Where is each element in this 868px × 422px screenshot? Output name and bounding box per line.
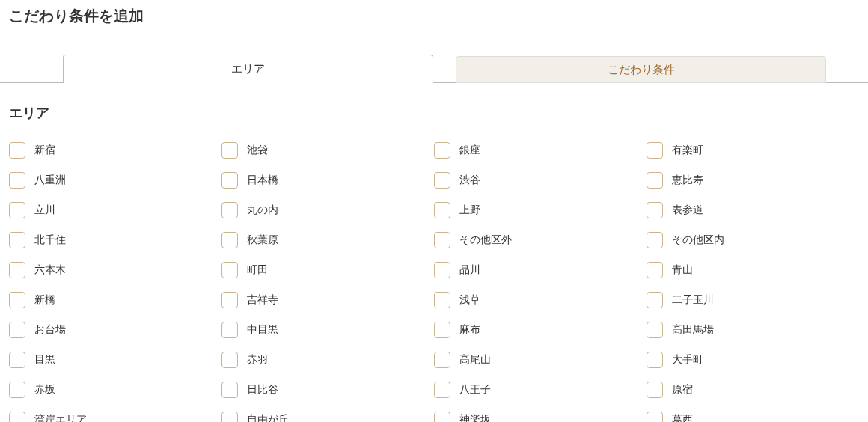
checkbox-label: 日本橋 (247, 174, 278, 187)
checkbox-box[interactable] (9, 232, 25, 248)
checkbox-box[interactable] (647, 412, 663, 422)
checkbox-box[interactable] (221, 292, 238, 308)
checkbox-label: 八王子 (459, 383, 491, 397)
checkbox-label: 湾岸エリア (34, 413, 87, 422)
checkbox-box[interactable] (647, 202, 663, 218)
area-checkbox-item[interactable]: 原宿 (647, 375, 859, 405)
checkbox-box[interactable] (9, 142, 25, 159)
checkbox-box[interactable] (221, 142, 238, 159)
checkbox-box[interactable] (9, 382, 25, 398)
checkbox-box[interactable] (647, 352, 663, 368)
area-checkbox-item[interactable]: 丸の内 (221, 195, 434, 225)
area-checkbox-item[interactable]: 日比谷 (221, 375, 434, 405)
checkbox-box[interactable] (434, 172, 450, 189)
area-section: エリア 新宿池袋銀座有楽町八重洲日本橋渋谷恵比寿立川丸の内上野表参道北千住秋葉原… (0, 104, 868, 422)
area-checkbox-item[interactable]: 八重洲 (9, 165, 221, 195)
area-checkbox-item[interactable]: 日本橋 (221, 165, 434, 195)
tab-area-label: エリア (231, 62, 265, 76)
checkbox-box[interactable] (647, 262, 663, 278)
area-checkbox-item[interactable]: 池袋 (221, 135, 434, 165)
checkbox-box[interactable] (221, 232, 238, 248)
area-checkbox-item[interactable]: 恵比寿 (647, 165, 859, 195)
area-checkbox-item[interactable]: 高尾山 (434, 345, 647, 375)
checkbox-box[interactable] (221, 352, 238, 368)
area-checkbox-item[interactable]: 赤坂 (9, 375, 221, 405)
area-checkbox-item[interactable]: 秋葉原 (221, 225, 434, 255)
checkbox-box[interactable] (434, 142, 450, 159)
area-checkbox-item[interactable]: 有楽町 (647, 135, 859, 165)
area-checkbox-item[interactable]: 目黒 (9, 345, 221, 375)
checkbox-label: 新宿 (34, 144, 55, 157)
area-checkbox-item[interactable]: 六本木 (9, 255, 221, 285)
checkbox-box[interactable] (221, 202, 238, 218)
checkbox-box[interactable] (434, 262, 450, 278)
checkbox-label: 神楽坂 (459, 413, 491, 422)
checkbox-box[interactable] (9, 292, 25, 308)
checkbox-box[interactable] (434, 352, 450, 368)
area-checkbox-item[interactable]: 大手町 (647, 345, 859, 375)
area-checkbox-item[interactable]: 立川 (9, 195, 221, 225)
checkbox-box[interactable] (9, 172, 25, 189)
checkbox-label: 新橋 (34, 293, 55, 307)
checkbox-label: 高田馬場 (672, 323, 714, 337)
checkbox-label: 町田 (247, 263, 268, 277)
area-checkbox-item[interactable]: 表参道 (647, 195, 859, 225)
checkbox-label: 日比谷 (247, 383, 278, 397)
area-checkbox-item[interactable]: 赤羽 (221, 345, 434, 375)
checkbox-box[interactable] (9, 412, 25, 422)
checkbox-box[interactable] (647, 382, 663, 398)
area-checkbox-item[interactable]: 麻布 (434, 315, 647, 345)
area-checkbox-item[interactable]: 銀座 (434, 135, 647, 165)
checkbox-box[interactable] (221, 262, 238, 278)
tab-divider (826, 82, 868, 83)
area-checkbox-item[interactable]: 自由が丘 (221, 405, 434, 422)
checkbox-box[interactable] (434, 322, 450, 338)
area-checkbox-item[interactable]: 新橋 (9, 285, 221, 315)
checkbox-box[interactable] (647, 172, 663, 189)
checkbox-box[interactable] (221, 172, 238, 189)
area-checkbox-item[interactable]: 中目黒 (221, 315, 434, 345)
area-checkbox-item[interactable]: 二子玉川 (647, 285, 859, 315)
area-checkbox-item[interactable]: 渋谷 (434, 165, 647, 195)
checkbox-box[interactable] (9, 352, 25, 368)
checkbox-box[interactable] (9, 322, 25, 338)
area-checkbox-item[interactable]: 湾岸エリア (9, 405, 221, 422)
area-checkbox-item[interactable]: 吉祥寺 (221, 285, 434, 315)
area-checkbox-item[interactable]: 新宿 (9, 135, 221, 165)
checkbox-box[interactable] (647, 292, 663, 308)
checkbox-box[interactable] (9, 202, 25, 218)
checkbox-label: 池袋 (247, 144, 268, 157)
area-checkbox-item[interactable]: その他区内 (647, 225, 859, 255)
tab-conditions[interactable]: こだわり条件 (456, 56, 826, 83)
checkbox-label: 八重洲 (34, 174, 66, 187)
area-checkbox-item[interactable]: お台場 (9, 315, 221, 345)
checkbox-box[interactable] (434, 292, 450, 308)
checkbox-box[interactable] (434, 232, 450, 248)
area-checkbox-item[interactable]: 葛西 (647, 405, 859, 422)
area-checkbox-item[interactable]: その他区外 (434, 225, 647, 255)
checkbox-box[interactable] (9, 262, 25, 278)
area-checkbox-item[interactable]: 品川 (434, 255, 647, 285)
checkbox-box[interactable] (647, 142, 663, 159)
checkbox-box[interactable] (647, 232, 663, 248)
checkbox-box[interactable] (434, 382, 450, 398)
area-checkbox-item[interactable]: 高田馬場 (647, 315, 859, 345)
checkbox-box[interactable] (434, 202, 450, 218)
tab-area[interactable]: エリア (63, 55, 433, 83)
checkbox-box[interactable] (647, 322, 663, 338)
checkbox-box[interactable] (221, 322, 238, 338)
area-checkbox-item[interactable]: 上野 (434, 195, 647, 225)
checkbox-label: お台場 (34, 323, 66, 337)
checkbox-label: 浅草 (459, 293, 480, 307)
checkbox-label: 吉祥寺 (247, 293, 278, 307)
area-checkbox-item[interactable]: 神楽坂 (434, 405, 647, 422)
area-checkbox-item[interactable]: 八王子 (434, 375, 647, 405)
page-title: こだわり条件を追加 (0, 0, 868, 32)
checkbox-box[interactable] (434, 412, 450, 422)
area-checkbox-item[interactable]: 青山 (647, 255, 859, 285)
area-checkbox-item[interactable]: 北千住 (9, 225, 221, 255)
area-checkbox-item[interactable]: 浅草 (434, 285, 647, 315)
checkbox-box[interactable] (221, 382, 238, 398)
checkbox-box[interactable] (221, 412, 238, 422)
area-checkbox-item[interactable]: 町田 (221, 255, 434, 285)
